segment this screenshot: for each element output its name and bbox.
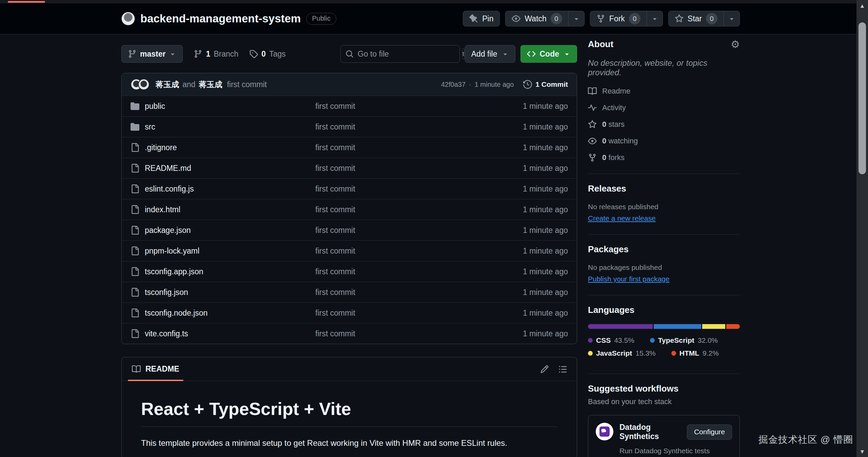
fork-dropdown-button[interactable] bbox=[647, 11, 663, 26]
table-row[interactable]: vite.config.ts first commit 1 minute ago bbox=[122, 323, 577, 344]
file-commit-message[interactable]: first commit bbox=[315, 102, 355, 111]
commit-sha[interactable]: 42f0a37 bbox=[441, 81, 466, 88]
file-commit-message[interactable]: first commit bbox=[315, 205, 355, 214]
table-row[interactable]: src first commit 1 minute ago bbox=[122, 116, 577, 137]
file-name-link[interactable]: README.md bbox=[145, 164, 191, 173]
fork-button[interactable]: Fork 0 bbox=[590, 11, 647, 26]
readme-content: React + TypeScript + Vite This template … bbox=[122, 381, 577, 457]
file-commit-message[interactable]: first commit bbox=[315, 184, 355, 194]
star-dropdown-button[interactable] bbox=[724, 11, 739, 26]
file-name-link[interactable]: tsconfig.node.json bbox=[145, 309, 208, 318]
tags-link[interactable]: 0 Tags bbox=[249, 49, 285, 59]
file-tree-table: 蒋玉成 and 蒋玉成 first commit 42f0a37 · 1 min… bbox=[121, 73, 577, 344]
watch-button[interactable]: Watch 0 bbox=[506, 11, 568, 26]
history-clock-icon bbox=[523, 80, 532, 89]
file-name-link[interactable]: src bbox=[145, 122, 155, 132]
file-commit-time: 1 minute ago bbox=[523, 164, 568, 173]
scrollbar-down-arrow[interactable]: ▼ bbox=[856, 449, 868, 455]
file-commit-message[interactable]: first commit bbox=[315, 309, 355, 318]
sidebar-item-watching[interactable]: 0 watching bbox=[588, 137, 740, 145]
table-row[interactable]: tsconfig.node.json first commit 1 minute… bbox=[122, 302, 577, 323]
file-name-link[interactable]: tsconfig.app.json bbox=[145, 267, 203, 276]
fork-button-group: Fork 0 bbox=[590, 11, 663, 26]
vertical-scrollbar[interactable]: ▲ ▼ bbox=[856, 0, 868, 457]
file-name-link[interactable]: index.html bbox=[145, 205, 180, 214]
file-icon bbox=[131, 329, 139, 338]
outline-list-icon[interactable] bbox=[558, 365, 567, 374]
chevron-down-icon bbox=[573, 15, 580, 22]
publish-package-link[interactable]: Publish your first package bbox=[588, 275, 669, 283]
pin-icon bbox=[469, 14, 478, 23]
pin-button[interactable]: Pin bbox=[463, 11, 500, 26]
file-commit-message[interactable]: first commit bbox=[315, 288, 355, 297]
file-commit-message[interactable]: first commit bbox=[315, 267, 355, 276]
code-label: Code bbox=[540, 49, 559, 59]
file-name-link[interactable]: pnpm-lock.yaml bbox=[145, 246, 199, 256]
sidebar-item-stars[interactable]: 0 stars bbox=[588, 120, 740, 129]
file-name-link[interactable]: tsconfig.json bbox=[145, 288, 188, 297]
commit-message[interactable]: first commit bbox=[227, 80, 267, 89]
file-icon bbox=[131, 143, 139, 152]
commit-author[interactable]: 蒋玉成 bbox=[199, 79, 222, 90]
suggested-workflows-section: Suggested workflows Based on your tech s… bbox=[588, 374, 740, 457]
owner-avatar[interactable] bbox=[121, 12, 135, 25]
watch-dropdown-button[interactable] bbox=[568, 11, 584, 26]
go-to-file-box: t bbox=[340, 45, 460, 63]
sidebar-item-readme[interactable]: Readme bbox=[588, 87, 740, 96]
repo-title[interactable]: backend-management-system bbox=[140, 12, 301, 25]
tab-readme[interactable]: README bbox=[126, 357, 185, 381]
code-button[interactable]: Code bbox=[520, 45, 577, 63]
table-row[interactable]: tsconfig.json first commit 1 minute ago bbox=[122, 282, 577, 302]
file-name-link[interactable]: package.json bbox=[145, 226, 191, 235]
add-file-button[interactable]: Add file bbox=[465, 45, 515, 63]
create-release-link[interactable]: Create a new release bbox=[588, 214, 656, 222]
table-row[interactable]: index.html first commit 1 minute ago bbox=[122, 199, 577, 220]
table-row[interactable]: package.json first commit 1 minute ago bbox=[122, 220, 577, 240]
configure-button[interactable]: Configure bbox=[687, 424, 732, 440]
folder-icon bbox=[131, 102, 139, 111]
file-name-link[interactable]: .gitignore bbox=[145, 143, 177, 152]
file-icon bbox=[131, 309, 139, 317]
table-row[interactable]: tsconfig.app.json first commit 1 minute … bbox=[122, 261, 577, 282]
file-commit-message[interactable]: first commit bbox=[315, 164, 355, 173]
table-row[interactable]: pnpm-lock.yaml first commit 1 minute ago bbox=[122, 240, 577, 261]
language-legend-item[interactable]: CSS 43.5% bbox=[588, 336, 634, 344]
file-commit-message[interactable]: first commit bbox=[315, 143, 355, 152]
language-legend-item[interactable]: TypeScript 32.0% bbox=[650, 336, 718, 344]
file-commit-message[interactable]: first commit bbox=[315, 329, 355, 338]
file-name-link[interactable]: eslint.config.js bbox=[145, 184, 194, 194]
meta-separator: · bbox=[469, 81, 471, 88]
eye-icon bbox=[512, 14, 520, 23]
go-to-file-input[interactable] bbox=[358, 49, 458, 59]
file-commit-time: 1 minute ago bbox=[523, 267, 568, 276]
git-branch-icon bbox=[128, 49, 137, 58]
edit-pencil-icon[interactable] bbox=[540, 365, 549, 374]
table-row[interactable]: README.md first commit 1 minute ago bbox=[122, 158, 577, 178]
scrollbar-thumb[interactable] bbox=[859, 22, 866, 174]
file-commit-message[interactable]: first commit bbox=[315, 226, 355, 235]
file-commit-message[interactable]: first commit bbox=[315, 122, 355, 132]
releases-section: Releases No releases published Create a … bbox=[588, 174, 740, 235]
sidebar-item-activity[interactable]: Activity bbox=[588, 103, 740, 112]
watching-label: watching bbox=[608, 137, 638, 145]
branch-selector-button[interactable]: master bbox=[121, 45, 183, 63]
eye-icon bbox=[588, 137, 597, 145]
file-commit-message[interactable]: first commit bbox=[315, 246, 355, 256]
language-legend-item[interactable]: HTML 9.2% bbox=[671, 349, 719, 357]
branches-link[interactable]: 1 Branch bbox=[194, 49, 238, 59]
star-button[interactable]: Star 0 bbox=[669, 11, 724, 26]
file-name-link[interactable]: vite.config.ts bbox=[145, 329, 188, 338]
workflows-subtitle: Based on your tech stack bbox=[588, 397, 740, 406]
sidebar-item-forks[interactable]: 0 forks bbox=[588, 153, 740, 162]
gear-icon[interactable]: ⚙ bbox=[731, 39, 740, 49]
scrollbar-up-arrow[interactable]: ▲ bbox=[856, 3, 868, 9]
commit-history-link[interactable]: 1 Commit bbox=[523, 80, 568, 89]
language-legend-item[interactable]: JavaScript 15.3% bbox=[588, 349, 656, 357]
commit-author[interactable]: 蒋玉成 bbox=[156, 79, 179, 90]
file-commit-time: 1 minute ago bbox=[523, 246, 568, 256]
file-name-link[interactable]: public bbox=[145, 102, 165, 111]
commit-avatars[interactable] bbox=[131, 79, 150, 90]
table-row[interactable]: public first commit 1 minute ago bbox=[122, 96, 577, 116]
table-row[interactable]: .gitignore first commit 1 minute ago bbox=[122, 137, 577, 158]
table-row[interactable]: eslint.config.js first commit 1 minute a… bbox=[122, 178, 577, 199]
